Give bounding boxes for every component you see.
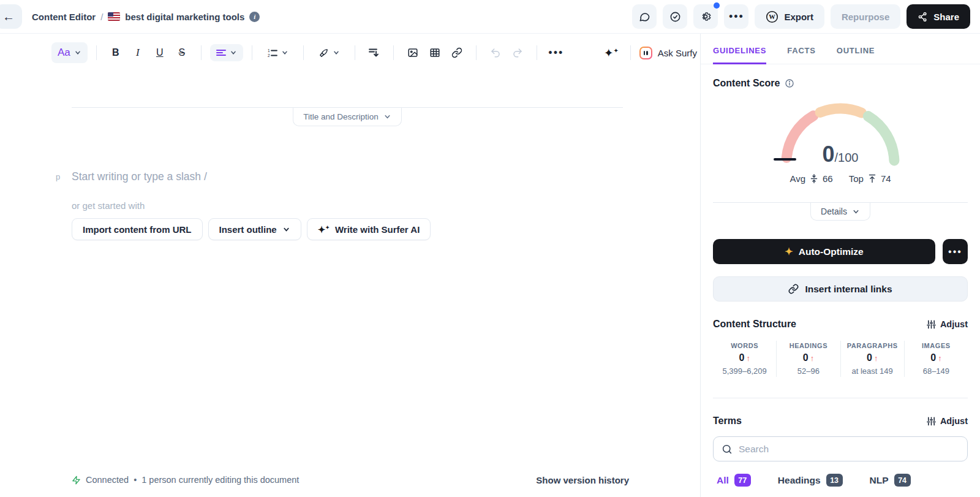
tab-outline[interactable]: OUTLINE — [837, 34, 875, 64]
settings-button[interactable] — [693, 4, 718, 29]
toolbar-divider — [630, 45, 631, 60]
write-with-ai-button[interactable]: ✦✦ Write with Surfer AI — [307, 218, 431, 240]
top-label: Top — [849, 173, 864, 184]
list-dropdown[interactable]: 12 — [261, 44, 295, 62]
insert-outline-button[interactable]: Insert outline — [208, 218, 301, 240]
bold-button[interactable]: B — [105, 42, 126, 63]
details-toggle[interactable]: Details — [810, 203, 870, 221]
terms-adjust-button[interactable]: Adjust — [927, 416, 968, 426]
content-score-title: Content Score — [713, 78, 780, 89]
insert-table-button[interactable] — [424, 42, 445, 63]
stat-words: WORDS 0↑ 5,399–6,209 — [713, 341, 776, 377]
gauge-value: 0/100 — [713, 142, 968, 167]
filter-count-badge: 13 — [826, 474, 843, 487]
chevron-down-icon — [230, 49, 237, 56]
redo-button[interactable] — [507, 42, 528, 63]
stat-value: 0 — [930, 352, 936, 363]
stat-label: PARAGRAPHS — [842, 342, 903, 349]
insert-block-button[interactable] — [364, 42, 385, 63]
insert-internal-links-button[interactable]: Insert internal links — [713, 276, 968, 302]
chevron-down-icon — [281, 49, 288, 56]
filter-label: NLP — [870, 475, 889, 486]
score-benchmarks: Avg 66 Top 74 — [713, 173, 968, 184]
tab-guidelines[interactable]: GUIDELINES — [713, 34, 766, 64]
status-separator: • — [134, 475, 137, 485]
editor-canvas[interactable]: Title and Description p Start writing or… — [0, 72, 700, 463]
svg-text:W: W — [769, 13, 776, 20]
start-actions: Import content from URL Insert outline ✦… — [72, 218, 623, 240]
info-icon[interactable]: i — [249, 12, 260, 22]
insert-link-button[interactable] — [447, 42, 467, 63]
auto-optimize-button[interactable]: ✦ Auto-Optimize — [713, 239, 935, 264]
share-button[interactable]: Share — [907, 4, 970, 29]
sparkles-icon: ✦✦ — [318, 225, 330, 234]
stat-label: IMAGES — [906, 342, 967, 349]
import-url-button[interactable]: Import content from URL — [72, 218, 203, 240]
export-label: Export — [784, 12, 813, 22]
structure-adjust-button[interactable]: Adjust — [927, 319, 968, 329]
editor-pane: Aa B I U S 12 — [0, 34, 700, 497]
repurpose-button[interactable]: Repurpose — [831, 4, 900, 29]
stat-headings: HEADINGS 0↑ 52–96 — [776, 341, 840, 377]
stat-range: at least 149 — [842, 366, 903, 376]
toolbar-divider — [393, 45, 394, 60]
toolbar-divider — [303, 45, 304, 60]
zap-icon — [72, 476, 81, 485]
numbered-list-icon: 12 — [267, 48, 277, 58]
stat-value: 0 — [803, 352, 809, 363]
strikethrough-button[interactable]: S — [172, 42, 192, 63]
undo-button[interactable] — [485, 42, 506, 63]
indent-icon — [369, 48, 380, 58]
stat-paragraphs: PARAGRAPHS 0↑ at least 149 — [840, 341, 904, 377]
text-style-dropdown[interactable]: Aa — [51, 42, 88, 63]
gear-icon — [699, 10, 712, 23]
underline-button[interactable]: U — [149, 42, 170, 63]
chevron-down-icon — [333, 49, 340, 56]
details-section-divider: Details — [713, 202, 968, 221]
toolbar-more-button[interactable]: ••• — [546, 42, 567, 63]
header-actions: ••• W Export Repurpose Share — [632, 4, 970, 29]
sliders-icon — [927, 417, 936, 426]
avg-icon — [810, 174, 818, 183]
increase-arrow-icon: ↑ — [938, 354, 941, 363]
ai-tools-button[interactable]: ✦✦ — [601, 42, 622, 63]
breadcrumb-section[interactable]: Content Editor — [32, 12, 96, 22]
link-icon — [451, 47, 462, 58]
optimize-more-button[interactable]: ••• — [943, 239, 968, 264]
back-button[interactable]: ← — [0, 4, 22, 29]
toolbar-divider — [476, 45, 477, 60]
tab-facts[interactable]: FACTS — [787, 34, 816, 64]
svg-text:1: 1 — [268, 48, 270, 53]
insert-outline-label: Insert outline — [219, 224, 277, 235]
filter-headings[interactable]: Headings 13 — [778, 474, 843, 487]
toolbar-divider — [355, 45, 355, 60]
tasks-button[interactable] — [663, 4, 687, 29]
info-icon[interactable] — [785, 78, 794, 88]
italic-button[interactable]: I — [127, 42, 148, 63]
header-more-button[interactable]: ••• — [724, 4, 748, 29]
title-description-toggle[interactable]: Title and Description — [293, 108, 402, 126]
terms-search-input[interactable] — [739, 444, 959, 455]
insert-image-button[interactable] — [402, 42, 423, 63]
breadcrumb-separator: / — [100, 12, 103, 22]
document-title[interactable]: best digital marketing tools — [125, 12, 244, 22]
undo-icon — [490, 47, 501, 58]
comments-button[interactable] — [632, 4, 657, 29]
adjust-label: Adjust — [940, 319, 968, 329]
export-button[interactable]: W Export — [755, 4, 824, 29]
alignment-dropdown[interactable] — [210, 44, 243, 61]
increase-arrow-icon: ↑ — [810, 354, 814, 363]
show-version-history-link[interactable]: Show version history — [536, 475, 629, 485]
filter-nlp[interactable]: NLP 74 — [870, 474, 911, 487]
pen-icon — [318, 48, 329, 58]
toolbar-divider — [537, 45, 537, 60]
write-with-ai-label: Write with Surfer AI — [335, 224, 420, 235]
terms-search[interactable] — [713, 436, 968, 461]
filter-count-badge: 77 — [734, 474, 751, 487]
style-pen-dropdown[interactable] — [312, 44, 346, 63]
paragraph-row[interactable]: p Start writing or type a slash / — [72, 170, 623, 183]
title-description-label: Title and Description — [303, 112, 379, 121]
filter-all[interactable]: All 77 — [717, 474, 751, 487]
ask-surfy-button[interactable]: Ask Surfy — [639, 47, 697, 59]
text-style-label: Aa — [58, 47, 70, 59]
